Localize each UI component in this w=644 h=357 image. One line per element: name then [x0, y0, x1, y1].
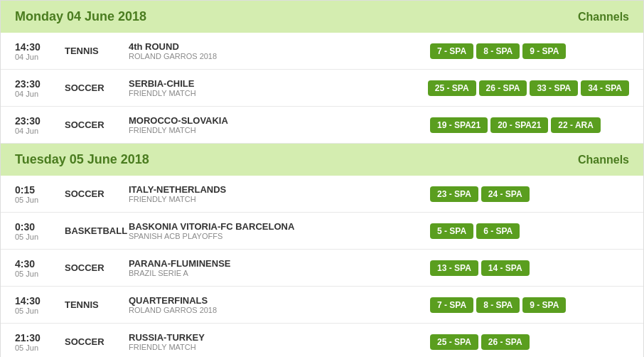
channel-badge[interactable]: 5 - SPA — [430, 223, 473, 239]
event-time: 0:3005 Jun — [15, 221, 65, 241]
event-row: 23:3004 JunSOCCERMOROCCO-SLOVAKIAFRIENDL… — [1, 107, 643, 144]
event-row: 14:3005 JunTENNISQUARTERFINALSROLAND GAR… — [1, 287, 643, 324]
event-channels: 13 - SPA14 - SPA — [430, 260, 629, 276]
channels-label-monday: Channels — [578, 11, 629, 23]
event-name: SERBIA-CHILE — [129, 78, 428, 89]
event-time: 0:1505 Jun — [15, 184, 65, 204]
channel-badge[interactable]: 8 - SPA — [476, 43, 520, 59]
channel-badge[interactable]: 8 - SPA — [476, 297, 520, 313]
event-time: 21:3005 Jun — [15, 332, 65, 352]
event-time: 23:3004 Jun — [15, 115, 65, 135]
schedule-container: Monday 04 June 2018Channels14:3004 JunTE… — [0, 0, 644, 357]
day-header-monday: Monday 04 June 2018Channels — [1, 1, 643, 33]
event-details: RUSSIA-TURKEYFRIENDLY MATCH — [129, 332, 430, 351]
channel-badge[interactable]: 7 - SPA — [430, 43, 473, 59]
event-sport: SOCCER — [65, 82, 129, 93]
event-subtitle: SPANISH ACB PLAYOFFS — [129, 232, 430, 240]
event-sport: SOCCER — [65, 119, 129, 130]
event-time-value: 4:30 — [15, 258, 65, 270]
channel-badge[interactable]: 26 - SPA — [479, 80, 527, 96]
event-name: RUSSIA-TURKEY — [129, 332, 430, 343]
event-time-value: 14:30 — [15, 295, 65, 307]
channel-badge[interactable]: 26 - SPA — [481, 334, 530, 350]
channels-label-tuesday: Channels — [578, 154, 629, 166]
event-subtitle: FRIENDLY MATCH — [129, 126, 430, 134]
event-date: 05 Jun — [15, 343, 65, 352]
event-name: BASKONIA VITORIA-FC BARCELONA — [129, 221, 430, 232]
event-subtitle: ROLAND GARROS 2018 — [129, 306, 430, 314]
event-details: 4th ROUNDROLAND GARROS 2018 — [129, 41, 430, 60]
channel-badge[interactable]: 24 - SPA — [481, 186, 530, 202]
event-date: 04 Jun — [15, 127, 65, 135]
event-time-value: 14:30 — [15, 41, 65, 53]
event-time-value: 23:30 — [15, 78, 65, 90]
event-details: SERBIA-CHILEFRIENDLY MATCH — [129, 78, 428, 97]
event-details: MOROCCO-SLOVAKIAFRIENDLY MATCH — [129, 115, 430, 134]
event-channels: 23 - SPA24 - SPA — [430, 186, 629, 202]
event-time-value: 23:30 — [15, 115, 65, 127]
event-row: 0:3005 JunBASKETBALLBASKONIA VITORIA-FC … — [1, 213, 643, 250]
event-details: BASKONIA VITORIA-FC BARCELONASPANISH ACB… — [129, 221, 430, 240]
day-title-tuesday: Tuesday 05 June 2018 — [15, 152, 149, 167]
day-header-tuesday: Tuesday 05 June 2018Channels — [1, 144, 643, 176]
event-name: QUARTERFINALS — [129, 295, 430, 306]
channel-badge[interactable]: 14 - SPA — [481, 260, 530, 276]
event-subtitle: BRAZIL SERIE A — [129, 269, 430, 277]
event-time-value: 0:15 — [15, 184, 65, 196]
event-date: 05 Jun — [15, 196, 65, 204]
event-time: 23:3004 Jun — [15, 78, 65, 98]
channel-badge[interactable]: 25 - SPA — [428, 80, 476, 96]
channel-badge[interactable]: 19 - SPA21 — [430, 117, 488, 133]
event-sport: SOCCER — [65, 262, 129, 273]
event-row: 21:3005 JunSOCCERRUSSIA-TURKEYFRIENDLY M… — [1, 324, 643, 357]
channel-badge[interactable]: 9 - SPA — [522, 297, 566, 313]
day-title-monday: Monday 04 June 2018 — [15, 9, 146, 24]
event-row: 14:3004 JunTENNIS4th ROUNDROLAND GARROS … — [1, 33, 643, 70]
event-sport: SOCCER — [65, 188, 129, 199]
channel-badge[interactable]: 25 - SPA — [430, 334, 478, 350]
event-time: 14:3005 Jun — [15, 295, 65, 315]
channel-badge[interactable]: 23 - SPA — [430, 186, 478, 202]
event-date: 05 Jun — [15, 233, 65, 241]
channel-badge[interactable]: 13 - SPA — [430, 260, 478, 276]
event-name: MOROCCO-SLOVAKIA — [129, 115, 430, 126]
event-subtitle: FRIENDLY MATCH — [129, 343, 430, 351]
event-time: 14:3004 Jun — [15, 41, 65, 61]
channel-badge[interactable]: 9 - SPA — [522, 43, 566, 59]
event-sport: BASKETBALL — [65, 225, 129, 236]
event-date: 05 Jun — [15, 270, 65, 278]
channel-badge[interactable]: 33 - SPA — [530, 80, 578, 96]
event-details: QUARTERFINALSROLAND GARROS 2018 — [129, 295, 430, 314]
event-time-value: 0:30 — [15, 221, 65, 233]
event-subtitle: ROLAND GARROS 2018 — [129, 52, 430, 60]
channel-badge[interactable]: 34 - SPA — [581, 80, 629, 96]
channel-badge[interactable]: 6 - SPA — [476, 223, 520, 239]
event-details: ITALY-NETHERLANDSFRIENDLY MATCH — [129, 184, 430, 203]
event-subtitle: FRIENDLY MATCH — [129, 89, 428, 97]
event-channels: 7 - SPA8 - SPA9 - SPA — [430, 43, 629, 59]
event-time: 4:3005 Jun — [15, 258, 65, 278]
event-sport: TENNIS — [65, 299, 129, 310]
event-details: PARANA-FLUMINENSEBRAZIL SERIE A — [129, 258, 430, 277]
event-row: 4:3005 JunSOCCERPARANA-FLUMINENSEBRAZIL … — [1, 250, 643, 287]
event-row: 23:3004 JunSOCCERSERBIA-CHILEFRIENDLY MA… — [1, 70, 643, 107]
channel-badge[interactable]: 20 - SPA21 — [490, 117, 548, 133]
event-name: 4th ROUND — [129, 41, 430, 52]
event-channels: 25 - SPA26 - SPA33 - SPA34 - SPA — [428, 80, 629, 96]
event-row: 0:1505 JunSOCCERITALY-NETHERLANDSFRIENDL… — [1, 176, 643, 213]
channel-badge[interactable]: 22 - ARA — [551, 117, 601, 133]
event-subtitle: FRIENDLY MATCH — [129, 195, 430, 203]
event-channels: 5 - SPA6 - SPA — [430, 223, 629, 239]
event-channels: 25 - SPA26 - SPA — [430, 334, 629, 350]
event-date: 05 Jun — [15, 307, 65, 315]
channel-badge[interactable]: 7 - SPA — [430, 297, 473, 313]
event-date: 04 Jun — [15, 90, 65, 98]
event-date: 04 Jun — [15, 53, 65, 61]
event-time-value: 21:30 — [15, 332, 65, 343]
event-name: PARANA-FLUMINENSE — [129, 258, 430, 269]
event-channels: 19 - SPA2120 - SPA2122 - ARA — [430, 117, 629, 133]
event-channels: 7 - SPA8 - SPA9 - SPA — [430, 297, 629, 313]
event-name: ITALY-NETHERLANDS — [129, 184, 430, 195]
event-sport: SOCCER — [65, 336, 129, 347]
event-sport: TENNIS — [65, 46, 129, 56]
